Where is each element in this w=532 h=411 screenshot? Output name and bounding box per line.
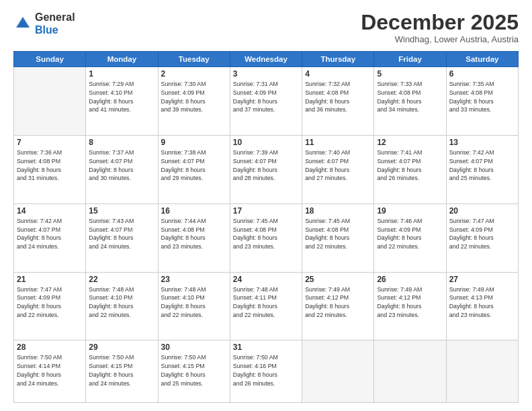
day-info: Sunrise: 7:36 AMSunset: 4:08 PMDaylight:… [17, 148, 83, 183]
day-number: 14 [17, 206, 83, 216]
day-info: Sunrise: 7:33 AMSunset: 4:08 PMDaylight:… [377, 80, 443, 114]
calendar-week-4: 21Sunrise: 7:47 AMSunset: 4:09 PMDayligh… [14, 272, 519, 340]
calendar-cell: 26Sunrise: 7:49 AMSunset: 4:12 PMDayligh… [374, 272, 446, 340]
calendar-cell: 3Sunrise: 7:31 AMSunset: 4:09 PMDaylight… [230, 67, 302, 136]
calendar-cell: 30Sunrise: 7:50 AMSunset: 4:15 PMDayligh… [158, 340, 230, 403]
day-header-tuesday: Tuesday [158, 52, 230, 67]
location: Windhag, Lower Austria, Austria [361, 34, 519, 44]
day-info: Sunrise: 7:50 AMSunset: 4:15 PMDaylight:… [89, 353, 154, 387]
day-info: Sunrise: 7:30 AMSunset: 4:09 PMDaylight:… [161, 80, 227, 114]
day-number: 13 [449, 138, 515, 147]
calendar-cell: 22Sunrise: 7:48 AMSunset: 4:10 PMDayligh… [86, 272, 158, 340]
calendar-cell [302, 340, 374, 403]
day-number: 27 [449, 275, 515, 284]
day-number: 4 [305, 69, 371, 79]
day-header-friday: Friday [374, 52, 446, 67]
calendar-cell: 25Sunrise: 7:49 AMSunset: 4:12 PMDayligh… [302, 272, 374, 340]
day-info: Sunrise: 7:48 AMSunset: 4:10 PMDaylight:… [161, 285, 227, 320]
title-block: December 2025 Windhag, Lower Austria, Au… [361, 11, 519, 44]
day-number: 18 [305, 206, 371, 216]
day-number: 11 [305, 138, 371, 147]
day-number: 29 [89, 342, 154, 352]
day-number: 17 [233, 206, 299, 216]
day-number: 7 [17, 138, 83, 147]
logo-blue-text: Blue [35, 24, 58, 36]
day-number: 31 [233, 342, 299, 352]
calendar-cell: 11Sunrise: 7:40 AMSunset: 4:07 PMDayligh… [302, 136, 374, 204]
logo-icon [13, 14, 32, 33]
day-number: 20 [449, 206, 515, 216]
day-number: 5 [377, 69, 443, 79]
day-header-monday: Monday [86, 52, 158, 67]
day-info: Sunrise: 7:50 AMSunset: 4:15 PMDaylight:… [161, 353, 227, 387]
day-number: 1 [89, 69, 154, 79]
day-info: Sunrise: 7:45 AMSunset: 4:08 PMDaylight:… [305, 217, 371, 251]
day-info: Sunrise: 7:47 AMSunset: 4:09 PMDaylight:… [17, 285, 83, 320]
day-info: Sunrise: 7:37 AMSunset: 4:07 PMDaylight:… [89, 148, 154, 183]
day-number: 28 [17, 342, 83, 352]
day-info: Sunrise: 7:49 AMSunset: 4:12 PMDaylight:… [305, 285, 371, 320]
day-number: 6 [449, 69, 515, 79]
day-info: Sunrise: 7:32 AMSunset: 4:08 PMDaylight:… [305, 80, 371, 114]
calendar-cell [14, 67, 86, 136]
day-info: Sunrise: 7:31 AMSunset: 4:09 PMDaylight:… [233, 80, 299, 114]
calendar-cell: 8Sunrise: 7:37 AMSunset: 4:07 PMDaylight… [86, 136, 158, 204]
day-number: 23 [161, 275, 227, 284]
header: General Blue December 2025 Windhag, Lowe… [13, 11, 519, 44]
calendar-week-1: 1Sunrise: 7:29 AMSunset: 4:10 PMDaylight… [14, 67, 519, 136]
day-number: 15 [89, 206, 154, 216]
day-info: Sunrise: 7:46 AMSunset: 4:09 PMDaylight:… [377, 217, 443, 251]
calendar-cell: 19Sunrise: 7:46 AMSunset: 4:09 PMDayligh… [374, 203, 446, 272]
day-info: Sunrise: 7:48 AMSunset: 4:11 PMDaylight:… [233, 285, 299, 320]
day-header-saturday: Saturday [446, 52, 518, 67]
calendar-cell: 24Sunrise: 7:48 AMSunset: 4:11 PMDayligh… [230, 272, 302, 340]
calendar-cell [374, 340, 446, 403]
day-info: Sunrise: 7:40 AMSunset: 4:07 PMDaylight:… [305, 148, 371, 183]
day-info: Sunrise: 7:45 AMSunset: 4:08 PMDaylight:… [233, 217, 299, 251]
day-number: 3 [233, 69, 299, 79]
day-info: Sunrise: 7:39 AMSunset: 4:07 PMDaylight:… [233, 148, 299, 183]
calendar-cell: 14Sunrise: 7:42 AMSunset: 4:07 PMDayligh… [14, 203, 86, 272]
day-info: Sunrise: 7:41 AMSunset: 4:07 PMDaylight:… [377, 148, 443, 183]
calendar-cell: 17Sunrise: 7:45 AMSunset: 4:08 PMDayligh… [230, 203, 302, 272]
calendar-cell: 15Sunrise: 7:43 AMSunset: 4:07 PMDayligh… [86, 203, 158, 272]
day-info: Sunrise: 7:29 AMSunset: 4:10 PMDaylight:… [89, 80, 154, 114]
logo-general-text: General [35, 11, 75, 23]
calendar-cell [446, 340, 518, 403]
calendar-cell: 7Sunrise: 7:36 AMSunset: 4:08 PMDaylight… [14, 136, 86, 204]
calendar-cell: 21Sunrise: 7:47 AMSunset: 4:09 PMDayligh… [14, 272, 86, 340]
day-info: Sunrise: 7:48 AMSunset: 4:10 PMDaylight:… [89, 285, 154, 320]
day-info: Sunrise: 7:49 AMSunset: 4:12 PMDaylight:… [377, 285, 443, 320]
day-info: Sunrise: 7:50 AMSunset: 4:14 PMDaylight:… [17, 353, 83, 387]
calendar-cell: 16Sunrise: 7:44 AMSunset: 4:08 PMDayligh… [158, 203, 230, 272]
day-number: 9 [161, 138, 227, 147]
calendar-cell: 23Sunrise: 7:48 AMSunset: 4:10 PMDayligh… [158, 272, 230, 340]
calendar-cell: 28Sunrise: 7:50 AMSunset: 4:14 PMDayligh… [14, 340, 86, 403]
calendar-cell: 2Sunrise: 7:30 AMSunset: 4:09 PMDaylight… [158, 67, 230, 136]
day-info: Sunrise: 7:42 AMSunset: 4:07 PMDaylight:… [449, 148, 515, 183]
day-number: 21 [17, 275, 83, 284]
calendar-cell: 9Sunrise: 7:38 AMSunset: 4:07 PMDaylight… [158, 136, 230, 204]
day-number: 16 [161, 206, 227, 216]
day-number: 12 [377, 138, 443, 147]
calendar-cell: 27Sunrise: 7:49 AMSunset: 4:13 PMDayligh… [446, 272, 518, 340]
logo: General Blue [13, 11, 75, 36]
calendar-cell: 6Sunrise: 7:35 AMSunset: 4:08 PMDaylight… [446, 67, 518, 136]
day-info: Sunrise: 7:38 AMSunset: 4:07 PMDaylight:… [161, 148, 227, 183]
day-header-sunday: Sunday [14, 52, 86, 67]
day-info: Sunrise: 7:47 AMSunset: 4:09 PMDaylight:… [449, 217, 515, 251]
day-info: Sunrise: 7:44 AMSunset: 4:08 PMDaylight:… [161, 217, 227, 251]
day-number: 26 [377, 275, 443, 284]
calendar-cell: 29Sunrise: 7:50 AMSunset: 4:15 PMDayligh… [86, 340, 158, 403]
day-number: 25 [305, 275, 371, 284]
day-number: 19 [377, 206, 443, 216]
calendar-cell: 4Sunrise: 7:32 AMSunset: 4:08 PMDaylight… [302, 67, 374, 136]
day-number: 2 [161, 69, 227, 79]
calendar-cell: 13Sunrise: 7:42 AMSunset: 4:07 PMDayligh… [446, 136, 518, 204]
calendar-cell: 1Sunrise: 7:29 AMSunset: 4:10 PMDaylight… [86, 67, 158, 136]
day-info: Sunrise: 7:49 AMSunset: 4:13 PMDaylight:… [449, 285, 515, 320]
logo-text: General Blue [35, 11, 75, 36]
calendar-cell: 20Sunrise: 7:47 AMSunset: 4:09 PMDayligh… [446, 203, 518, 272]
day-info: Sunrise: 7:43 AMSunset: 4:07 PMDaylight:… [89, 217, 154, 251]
day-header-thursday: Thursday [302, 52, 374, 67]
